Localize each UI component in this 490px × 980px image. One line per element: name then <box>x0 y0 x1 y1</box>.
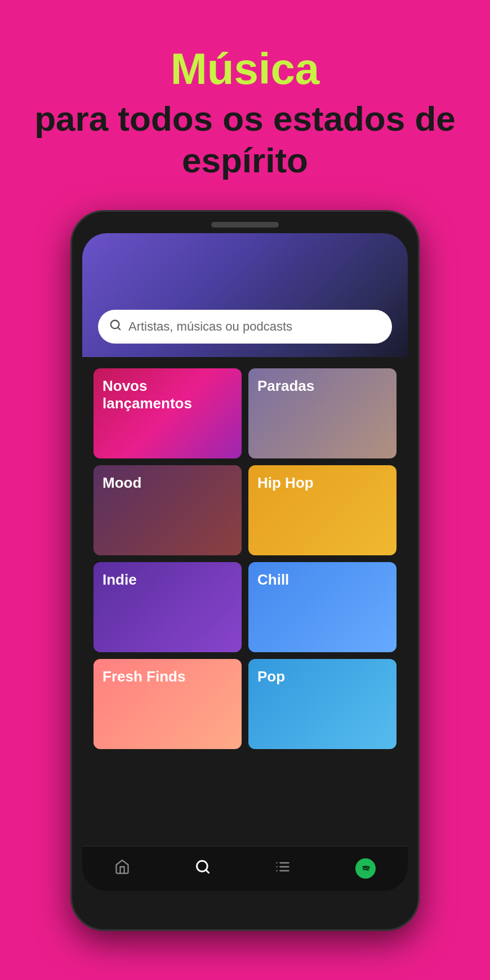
category-label-freshfinds: Fresh Finds <box>103 668 185 685</box>
hero-subtitle: para todos os estados de espírito <box>23 98 467 182</box>
search-placeholder: Artistas, músicas ou podcasts <box>128 319 292 334</box>
hero-title: Música <box>23 45 467 93</box>
search-bar[interactable]: Artistas, músicas ou podcasts <box>98 310 392 344</box>
nav-item-library[interactable] <box>275 859 291 879</box>
svg-line-3 <box>206 870 208 872</box>
category-label-novos: Novos lançamentos <box>103 377 233 412</box>
screen-header: Artistas, músicas ou podcasts <box>82 233 408 357</box>
category-card-freshfinds[interactable]: Fresh Finds <box>93 659 242 749</box>
category-card-paradas[interactable]: Paradas <box>248 368 397 458</box>
bottom-navigation <box>82 846 408 891</box>
phone-screen: Artistas, músicas ou podcasts Novos lanç… <box>82 233 408 891</box>
category-label-indie: Indie <box>103 571 137 589</box>
screen-content: Novos lançamentos Paradas Mood Hip Hop I… <box>82 357 408 846</box>
home-icon <box>114 859 130 879</box>
category-card-mood[interactable]: Mood <box>93 465 242 555</box>
svg-point-10 <box>359 862 372 875</box>
search-nav-icon <box>195 859 211 879</box>
search-icon <box>109 319 122 335</box>
page-background: Música para todos os estados de espírito… <box>0 0 490 980</box>
category-label-mood: Mood <box>103 474 141 492</box>
category-card-novos[interactable]: Novos lançamentos <box>93 368 242 458</box>
category-label-paradas: Paradas <box>257 377 314 395</box>
categories-grid: Novos lançamentos Paradas Mood Hip Hop I… <box>93 368 397 749</box>
category-card-chill[interactable]: Chill <box>248 562 397 652</box>
svg-line-1 <box>118 327 120 329</box>
library-icon <box>275 859 291 879</box>
category-card-indie[interactable]: Indie <box>93 562 242 652</box>
category-label-pop: Pop <box>257 668 285 685</box>
hero-text-block: Música para todos os estados de espírito <box>0 45 490 199</box>
category-card-pop[interactable]: Pop <box>248 659 397 749</box>
nav-item-home[interactable] <box>114 859 130 879</box>
spotify-logo-icon <box>355 858 376 879</box>
nav-item-search[interactable] <box>195 859 211 879</box>
category-label-chill: Chill <box>257 571 289 589</box>
category-card-hiphop[interactable]: Hip Hop <box>248 465 397 555</box>
phone-mockup: Artistas, músicas ou podcasts Novos lanç… <box>70 210 420 931</box>
nav-item-spotify[interactable] <box>355 858 376 879</box>
phone-notch <box>211 222 279 228</box>
category-label-hiphop: Hip Hop <box>257 474 314 492</box>
